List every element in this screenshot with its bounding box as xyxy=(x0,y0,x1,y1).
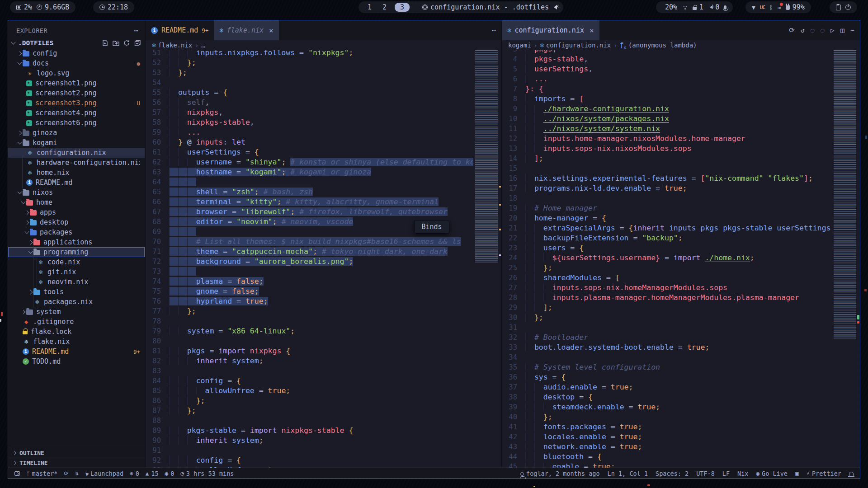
workspace-3[interactable]: 3 xyxy=(395,3,410,12)
topbar-module-power[interactable] xyxy=(845,5,851,10)
tree-file-home.nix[interactable]: ❄home.nix xyxy=(8,168,145,178)
tree-file-screenshot4.png[interactable]: screenshot4.png xyxy=(8,108,145,118)
speaker-mute-icon[interactable] xyxy=(552,5,557,9)
tree-folder-config[interactable]: config xyxy=(8,48,145,58)
status-ln-1-col-1[interactable]: Ln 1, Col 1 xyxy=(608,470,648,477)
workspace-root-row[interactable]: .DOTFILES xyxy=(8,38,145,48)
tree-file-flake.nix[interactable]: ❄flake.nix xyxy=(8,337,145,347)
workspace-2[interactable]: 2 xyxy=(380,3,389,11)
outline-section[interactable]: OUTLINE xyxy=(8,448,145,458)
topbar-module-clipboard[interactable] xyxy=(836,5,841,10)
previous-change-icon[interactable]: ◌ xyxy=(811,26,815,34)
tree-folder-nixos[interactable]: nixos xyxy=(8,188,145,197)
status-tower[interactable]: ◉0 xyxy=(165,470,175,477)
line-number: 3 xyxy=(502,50,525,54)
code-line: 83 xyxy=(146,366,473,376)
tree-folder-docs[interactable]: docs● xyxy=(8,58,145,68)
tree-item-label: packages.nix xyxy=(44,298,93,306)
status-utf-8[interactable]: UTF-8 xyxy=(696,470,715,477)
status-label: Prettier xyxy=(812,470,841,477)
status-compare[interactable]: ⇅ xyxy=(75,470,79,477)
code-lines[interactable]: 51 inputs.nixpkgs.follows = "nixpkgs";52… xyxy=(146,50,473,468)
next-change-icon[interactable]: ◌ xyxy=(821,26,825,34)
tree-file-git.nix[interactable]: ❄git.nix xyxy=(8,267,145,277)
status-person[interactable]: foglar, 2 months ago xyxy=(520,470,600,477)
code-lines[interactable]: 3 pkgs,4 pkgs-stable,5 userSettings,6 ..… xyxy=(502,50,832,468)
run-file-icon[interactable]: ▷ xyxy=(830,26,835,34)
breadcrumb-item[interactable]: ❄configuration.nix xyxy=(540,42,611,49)
tree-folder-applications[interactable]: applications xyxy=(8,237,145,247)
tab-flake-nix[interactable]: ❄flake.nix× xyxy=(214,20,278,40)
tree-file-.gitignore[interactable]: ◆.gitignore xyxy=(8,317,145,327)
line-number: 20 xyxy=(502,213,525,223)
chevron-right-icon: › xyxy=(195,42,198,49)
status-nix[interactable]: Nix xyxy=(737,470,748,477)
tree-file-screenshot3.png[interactable]: screenshot3.pngU xyxy=(8,98,145,108)
tree-folder-system[interactable]: system xyxy=(8,307,145,317)
status-lf[interactable]: LF xyxy=(722,470,730,477)
tree-file-screenshot2.png[interactable]: screenshot2.png xyxy=(8,88,145,98)
minimap[interactable] xyxy=(834,50,856,339)
tree-folder-home[interactable]: home xyxy=(8,197,145,207)
status-remote[interactable] xyxy=(14,471,20,476)
status-broadcast[interactable]: ◉Go Live xyxy=(756,470,787,477)
discard-changes-icon[interactable]: ↺ xyxy=(801,26,805,34)
tree-file-neovim.nix[interactable]: ❄neovim.nix xyxy=(8,277,145,287)
tree-folder-programming[interactable]: programming xyxy=(8,247,145,257)
status-spaces-2[interactable]: Spaces: 2 xyxy=(656,470,689,477)
tree-folder-desktop[interactable]: desktop xyxy=(8,217,145,227)
tree-folder-ginoza[interactable]: ginoza xyxy=(8,128,145,138)
tree-file-flake.lock[interactable]: flake.lock xyxy=(8,327,145,337)
status-warning[interactable]: ▲15 xyxy=(146,470,159,477)
tree-file-packages.nix[interactable]: ❄packages.nix xyxy=(8,297,145,307)
tree-file-screenshot1.png[interactable]: screenshot1.png xyxy=(8,78,145,88)
tab-configuration-nix[interactable]: ❄configuration.nix× xyxy=(502,20,599,40)
status-error[interactable]: ⊗0 xyxy=(130,470,139,477)
line-number: 43 xyxy=(502,442,525,452)
status-rocket[interactable]: ▲Launchpad xyxy=(85,470,123,477)
status-branch[interactable]: ᛘmaster* xyxy=(26,470,57,477)
breadcrumb-item[interactable]: ❄flake.nix xyxy=(152,42,192,49)
code-text: # Home manager xyxy=(525,203,597,213)
timeline-section[interactable]: TIMELINE xyxy=(8,458,145,468)
split-editor-icon[interactable]: ◫ xyxy=(840,26,844,34)
more-actions-icon[interactable]: ⋯ xyxy=(492,26,496,34)
status-sync[interactable]: ⟳ xyxy=(64,470,68,477)
status-window[interactable]: ▣ xyxy=(795,470,799,477)
tree-file-logo.svg[interactable]: ✳logo.svg xyxy=(8,68,145,78)
plug-icon xyxy=(786,5,790,10)
image-file-icon xyxy=(26,90,32,96)
tab-readme-md[interactable]: iREADME.md9+ xyxy=(146,20,214,40)
workspace-1[interactable]: 1 xyxy=(365,3,374,11)
tree-folder-apps[interactable]: apps xyxy=(8,207,145,217)
tree-folder-packages[interactable]: packages xyxy=(8,227,145,237)
close-icon[interactable]: × xyxy=(590,26,594,35)
line-number: 67 xyxy=(146,207,169,217)
tree-folder-kogami[interactable]: kogami xyxy=(8,138,145,148)
status-zap[interactable]: ⚡Prettier xyxy=(806,470,841,477)
new-folder-icon[interactable] xyxy=(113,40,119,47)
tree-file-todo.md[interactable]: ✓TODO.md xyxy=(8,357,145,366)
minimap-slider[interactable] xyxy=(475,147,498,263)
tree-folder-tools[interactable]: tools xyxy=(8,287,145,297)
breadcrumb-item[interactable]: ƒx(anonymous lambda) xyxy=(620,41,697,50)
refresh-icon[interactable] xyxy=(123,40,130,47)
tree-file-readme.md[interactable]: iREADME.md xyxy=(8,178,145,188)
breadcrumb-item[interactable]: … xyxy=(201,42,205,49)
more-actions-icon[interactable]: ⋯ xyxy=(850,26,854,34)
timeline-history-icon[interactable]: ⟳ xyxy=(789,26,795,34)
breadcrumb-item[interactable]: kogami xyxy=(508,42,531,49)
tree-file-screenshot6.png[interactable]: screenshot6.png xyxy=(8,118,145,128)
tree-file-code.nix[interactable]: ❄code.nix xyxy=(8,257,145,267)
tree-file-readme.md[interactable]: iREADME.md9+ xyxy=(8,347,145,357)
tree-file-hardware-configuration.nix[interactable]: ❄hardware-configuration.nix xyxy=(8,158,145,168)
status-watch[interactable]: ◔3 hrs 53 mins xyxy=(180,470,234,477)
minimap[interactable] xyxy=(475,50,498,263)
status-bell[interactable] xyxy=(849,471,854,476)
tree-file-configuration.nix[interactable]: ❄configuration.nix xyxy=(8,148,145,158)
minimap-slider[interactable] xyxy=(834,50,856,145)
collapse-all-icon[interactable] xyxy=(134,40,141,47)
new-file-icon[interactable] xyxy=(102,40,108,47)
explorer-more-actions-icon[interactable]: ⋯ xyxy=(134,27,138,35)
close-icon[interactable]: × xyxy=(269,26,274,35)
